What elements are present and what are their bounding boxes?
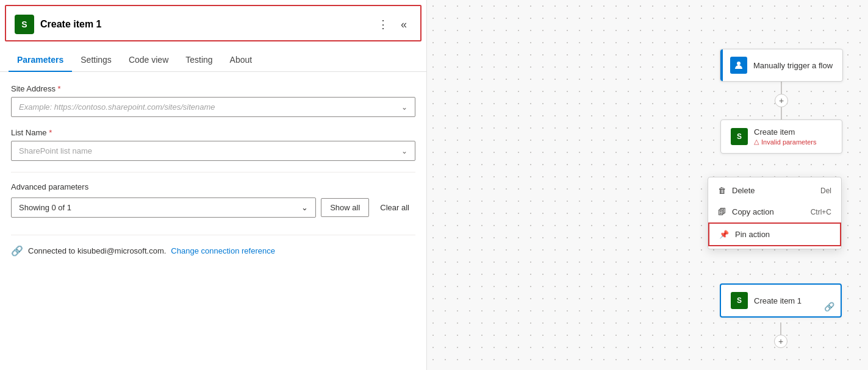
more-options-button[interactable]: ⋮ [375, 16, 391, 32]
context-delete[interactable]: 🗑 Delete Del [708, 180, 841, 201]
trigger-node-label: Manually trigger a flow [753, 61, 833, 70]
tab-testing[interactable]: Testing [177, 49, 221, 72]
copy-shortcut: Ctrl+C [811, 208, 831, 216]
delete-shortcut: Del [820, 187, 831, 195]
tab-code-view[interactable]: Code view [120, 49, 177, 72]
required-star-2: * [47, 128, 52, 137]
trigger-icon [730, 57, 747, 74]
link-icon: 🔗 [824, 302, 834, 311]
pin-item-left: 📌 Pin action [719, 230, 770, 239]
create-item1-label: Create item 1 [754, 296, 802, 305]
create-item1-sp-icon: S [731, 292, 748, 309]
tab-settings[interactable]: Settings [72, 49, 120, 72]
list-name-placeholder: SharePoint list name [19, 146, 92, 155]
delete-item-left: 🗑 Delete [718, 186, 755, 195]
connection-row: 🔗 Connected to kisubedi@microsoft.com. C… [11, 235, 415, 257]
advanced-showing-text: Showing 0 of 1 [19, 203, 71, 212]
delete-icon: 🗑 [718, 186, 726, 195]
chevron-down-icon-3: ⌄ [301, 203, 308, 212]
list-name-dropdown[interactable]: SharePoint list name ⌄ [11, 141, 415, 161]
site-address-label: Site Address * [11, 84, 415, 93]
pin-label: Pin action [735, 230, 770, 239]
list-name-field: List Name * SharePoint list name ⌄ [11, 128, 415, 161]
more-icon: ⋮ [378, 18, 389, 31]
clear-all-button[interactable]: Clear all [374, 199, 415, 216]
flow-container: Manually trigger a flow + S Create item … [720, 49, 843, 154]
header: S Create item 1 ⋮ « [5, 5, 421, 41]
page-title: Create item 1 [40, 19, 102, 30]
list-name-label: List Name * [11, 128, 415, 137]
context-copy[interactable]: 🗐 Copy action Ctrl+C [708, 201, 841, 222]
site-address-field: Site Address * Example: https://contoso.… [11, 84, 415, 117]
error-badge: △ Invalid parameters [754, 138, 817, 146]
create-item-sp-icon: S [731, 128, 748, 145]
connector-1: + [775, 82, 788, 119]
add-step-button-1[interactable]: + [775, 94, 788, 107]
change-connection-link[interactable]: Change connection reference [171, 246, 275, 255]
create-item1-content: Create item 1 [754, 296, 802, 305]
chevron-down-icon-2: ⌄ [401, 147, 407, 155]
trigger-node-content: Manually trigger a flow [753, 61, 833, 70]
sharepoint-icon: S [15, 15, 34, 34]
advanced-dropdown[interactable]: Showing 0 of 1 ⌄ [11, 197, 316, 218]
site-address-placeholder: Example: https://contoso.sharepoint.com/… [19, 102, 215, 112]
site-address-dropdown[interactable]: Example: https://contoso.sharepoint.com/… [11, 97, 415, 117]
copy-item-left: 🗐 Copy action [718, 207, 774, 216]
bottom-line [780, 322, 781, 335]
divider [11, 172, 415, 173]
tab-parameters[interactable]: Parameters [9, 49, 72, 72]
connection-icon: 🔗 [11, 245, 23, 257]
tabs-bar: Parameters Settings Code view Testing Ab… [0, 49, 426, 72]
required-star: * [56, 84, 61, 93]
delete-label: Delete [732, 186, 755, 195]
canvas: Manually trigger a flow + S Create item … [427, 0, 868, 370]
create-item-label: Create item [754, 127, 817, 137]
svg-point-0 [737, 62, 741, 65]
copy-icon: 🗐 [718, 207, 726, 216]
tab-about[interactable]: About [221, 49, 261, 72]
show-all-button[interactable]: Show all [321, 198, 369, 217]
left-panel: S Create item 1 ⋮ « Parameters Settings … [0, 0, 427, 370]
warning-icon: △ [754, 138, 759, 146]
form-content: Site Address * Example: https://contoso.… [0, 72, 426, 370]
bottom-connector: + [720, 322, 842, 348]
connection-text: Connected to kisubedi@microsoft.com. [28, 246, 166, 255]
header-icons: ⋮ « [375, 16, 409, 32]
blue-bar [720, 49, 723, 81]
create-item1-node-wrapper: S Create item 1 🔗 + [720, 283, 842, 348]
advanced-label: Advanced parameters [11, 182, 415, 191]
context-menu: 🗑 Delete Del 🗐 Copy action Ctrl+C 📌 Pin … [708, 177, 842, 249]
header-left: S Create item 1 [15, 15, 102, 34]
collapse-button[interactable]: « [398, 17, 409, 32]
create-item-node-content: Create item △ Invalid parameters [754, 127, 817, 146]
create-item1-node[interactable]: S Create item 1 🔗 [720, 283, 842, 318]
trigger-node[interactable]: Manually trigger a flow [720, 49, 843, 82]
add-step-button-bottom[interactable]: + [774, 335, 787, 348]
chevron-down-icon: ⌄ [401, 103, 407, 112]
connector-line-1b [781, 107, 782, 119]
collapse-icon: « [401, 18, 407, 31]
advanced-row: Showing 0 of 1 ⌄ Show all Clear all [11, 197, 415, 218]
context-pin[interactable]: 📌 Pin action [708, 222, 841, 246]
create-item-node[interactable]: S Create item △ Invalid parameters [720, 119, 842, 154]
copy-label: Copy action [732, 207, 774, 216]
pin-icon: 📌 [719, 230, 729, 239]
connector-line-1 [781, 82, 782, 94]
